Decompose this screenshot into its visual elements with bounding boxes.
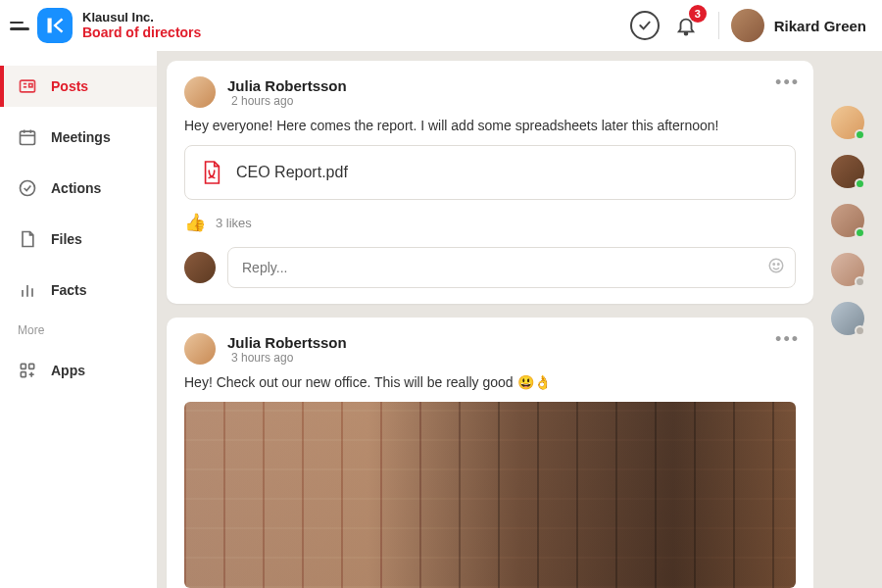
svg-rect-16 — [29, 364, 34, 368]
likes-count: 3 likes — [216, 216, 252, 230]
user-avatar[interactable] — [731, 9, 764, 42]
sidebar-more-label: More — [0, 316, 157, 345]
check-icon — [18, 178, 37, 198]
presence-avatar[interactable] — [831, 302, 864, 335]
post-likes[interactable]: 👍 3 likes — [184, 212, 796, 233]
content-area: ••• Julia Robertsson 2 hours ago Hey eve… — [157, 51, 813, 588]
svg-rect-0 — [48, 19, 52, 33]
menu-button[interactable] — [10, 15, 31, 36]
post-menu-button[interactable]: ••• — [775, 329, 800, 350]
presence-avatar[interactable] — [831, 155, 864, 188]
thumbs-up-icon: 👍 — [184, 212, 206, 233]
reply-box[interactable] — [227, 247, 796, 288]
file-icon — [18, 229, 37, 249]
post-menu-button[interactable]: ••• — [775, 73, 800, 93]
presence-status-dot — [855, 325, 865, 336]
attachment-filename: CEO Report.pdf — [236, 164, 348, 181]
emoji-button[interactable] — [767, 257, 785, 279]
logo-k-icon — [45, 16, 65, 35]
sidebar-item-label: Apps — [51, 363, 85, 378]
presence-avatar[interactable] — [831, 106, 864, 139]
svg-point-20 — [769, 259, 783, 272]
chart-icon — [18, 280, 37, 300]
presence-avatar[interactable] — [831, 253, 864, 286]
attachment-file[interactable]: CEO Report.pdf — [184, 145, 796, 200]
app-header: Klausul Inc. Board of directors 3 Rikard… — [0, 0, 882, 51]
sidebar-item-meetings[interactable]: Meetings — [0, 117, 157, 158]
tasks-button[interactable] — [630, 11, 660, 40]
post-author-avatar[interactable] — [184, 76, 216, 108]
section-name[interactable]: Board of directors — [82, 24, 201, 41]
app-logo[interactable] — [37, 8, 73, 43]
notification-badge: 3 — [689, 5, 707, 23]
posts-icon — [18, 76, 37, 96]
svg-rect-17 — [21, 372, 25, 377]
notifications-button[interactable]: 3 — [671, 11, 701, 40]
post-card: ••• Julia Robertsson 3 hours ago Hey! Ch… — [167, 318, 813, 588]
sidebar-item-facts[interactable]: Facts — [0, 270, 157, 311]
svg-point-21 — [773, 263, 775, 265]
smile-icon — [767, 257, 785, 274]
sidebar: Posts Meetings Actions Files Facts — [0, 51, 157, 588]
check-circle-icon — [637, 18, 653, 33]
svg-marker-1 — [53, 19, 63, 33]
post-author-name[interactable]: Julia Robertsson — [227, 77, 347, 94]
svg-rect-15 — [21, 364, 25, 368]
sidebar-item-files[interactable]: Files — [0, 219, 157, 260]
sidebar-item-label: Actions — [51, 180, 101, 196]
post-card: ••• Julia Robertsson 2 hours ago Hey eve… — [167, 61, 813, 304]
post-timestamp: 3 hours ago — [231, 351, 347, 365]
sidebar-item-label: Meetings — [51, 129, 111, 145]
post-image[interactable] — [184, 402, 796, 588]
svg-point-2 — [684, 32, 687, 35]
sidebar-item-posts[interactable]: Posts — [0, 66, 157, 107]
presence-avatar[interactable] — [831, 204, 864, 237]
presence-rail — [813, 51, 882, 588]
reply-input[interactable] — [242, 260, 781, 275]
header-titles: Klausul Inc. Board of directors — [82, 10, 201, 41]
presence-status-dot — [855, 129, 865, 140]
sidebar-item-label: Files — [51, 231, 82, 247]
svg-rect-6 — [29, 84, 32, 87]
user-name[interactable]: Rikard Green — [774, 18, 866, 34]
svg-point-11 — [21, 181, 35, 196]
org-name: Klausul Inc. — [82, 10, 201, 25]
header-divider — [718, 12, 719, 39]
presence-status-dot — [855, 178, 865, 189]
post-body: Hey everyone! Here comes the report. I w… — [184, 118, 796, 133]
apps-icon — [18, 361, 37, 380]
presence-status-dot — [855, 227, 865, 238]
sidebar-item-label: Facts — [51, 282, 87, 298]
post-author-name[interactable]: Julia Robertsson — [227, 334, 347, 351]
svg-rect-7 — [21, 131, 35, 144]
svg-point-22 — [778, 263, 780, 265]
sidebar-item-actions[interactable]: Actions — [0, 168, 157, 209]
sidebar-item-label: Posts — [51, 78, 88, 94]
presence-status-dot — [855, 276, 865, 287]
post-timestamp: 2 hours ago — [231, 94, 347, 108]
pdf-icon — [201, 160, 222, 185]
reply-avatar — [184, 252, 216, 283]
calendar-icon — [18, 127, 37, 147]
post-body: Hey! Check out our new office. This will… — [184, 374, 796, 390]
sidebar-item-apps[interactable]: Apps — [0, 350, 157, 391]
post-author-avatar[interactable] — [184, 333, 216, 365]
